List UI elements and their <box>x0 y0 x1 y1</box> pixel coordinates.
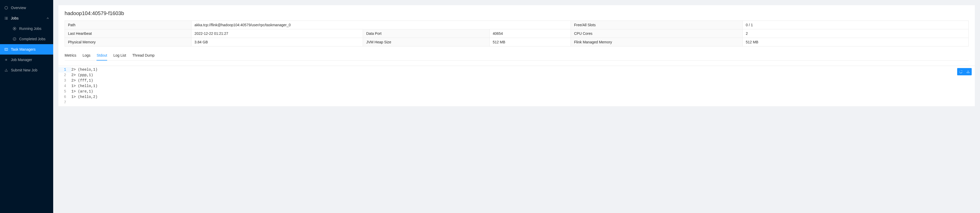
info-value-dataport: 40654 <box>489 29 571 38</box>
sidebar-item-label: Job Manager <box>11 58 32 62</box>
sidebar-item-label: Submit New Job <box>11 68 37 72</box>
dashboard-icon <box>4 6 8 10</box>
download-icon <box>966 70 970 74</box>
line-content: 2> (ppp,1) <box>72 72 93 78</box>
refresh-button[interactable] <box>958 69 964 75</box>
info-label-cpu: CPU Cores <box>571 29 743 38</box>
content-card: hadoop104:40579-f1603b Path akka.tcp://f… <box>58 5 975 66</box>
sidebar-item-completed-jobs[interactable]: Completed Jobs <box>0 34 53 44</box>
sidebar-item-label: Task Managers <box>11 47 35 51</box>
line-number: 2 <box>58 72 72 78</box>
sidebar-item-running-jobs[interactable]: Running Jobs <box>0 23 53 34</box>
table-row: Last Heartbeat 2022-12-22 01:21:27 Data … <box>65 29 969 38</box>
sidebar-item-task-managers[interactable]: Task Managers <box>0 44 53 54</box>
sidebar-item-jobs[interactable]: Jobs <box>0 13 53 23</box>
info-label-slots: Free/All Slots <box>571 21 743 29</box>
tab-logs[interactable]: Logs <box>83 51 90 61</box>
code-line: 7 <box>58 100 975 105</box>
info-value-physmem: 3.84 GB <box>191 38 363 46</box>
chevron-up-icon <box>46 16 49 20</box>
code-line: 12> (heelo,1) <box>58 67 975 72</box>
info-value-slots: 0 / 1 <box>743 21 969 29</box>
line-content: 1> (hello,1) <box>72 83 97 89</box>
sidebar-item-job-manager[interactable]: Job Manager <box>0 54 53 65</box>
sidebar-item-label: Jobs <box>11 16 19 20</box>
line-number: 6 <box>58 94 72 100</box>
schedule-icon <box>4 47 8 51</box>
info-label-physmem: Physical Memory <box>65 38 191 46</box>
line-content: 1> (are,1) <box>72 89 93 94</box>
tabs: Metrics Logs Stdout Log List Thread Dump <box>65 51 969 61</box>
line-number: 7 <box>58 100 72 105</box>
page-title: hadoop104:40579-f1603b <box>65 10 969 16</box>
info-value-heartbeat: 2022-12-22 01:21:27 <box>191 29 363 38</box>
refresh-icon <box>959 70 963 74</box>
code-actions <box>957 68 972 75</box>
code-line: 51> (are,1) <box>58 89 975 94</box>
jobs-submenu: Running Jobs Completed Jobs <box>0 23 53 44</box>
info-label-dataport: Data Port <box>363 29 490 38</box>
line-content: 2> (fff,1) <box>72 78 93 83</box>
info-value-managed: 512 MB <box>743 38 969 46</box>
sidebar: Overview Jobs Running Jobs Completed Job… <box>0 0 53 213</box>
tab-log-list[interactable]: Log List <box>113 51 126 61</box>
play-circle-icon <box>13 27 17 30</box>
list-icon <box>4 16 8 20</box>
line-content: 2> (heelo,1) <box>72 67 97 72</box>
sidebar-item-label: Overview <box>11 6 26 10</box>
code-line: 41> (hello,1) <box>58 83 975 89</box>
info-label-heap: JVM Heap Size <box>363 38 490 46</box>
table-row: Physical Memory 3.84 GB JVM Heap Size 51… <box>65 38 969 46</box>
tab-stdout[interactable]: Stdout <box>97 51 107 61</box>
main-content: hadoop104:40579-f1603b Path akka.tcp://f… <box>53 0 980 213</box>
line-number: 5 <box>58 89 72 94</box>
info-label-heartbeat: Last Heartbeat <box>65 29 191 38</box>
code-line: 61> (hello,2) <box>58 94 975 100</box>
info-value-cpu: 2 <box>743 29 969 38</box>
tab-thread-dump[interactable]: Thread Dump <box>132 51 154 61</box>
code-line: 22> (ppp,1) <box>58 72 975 78</box>
tab-metrics[interactable]: Metrics <box>65 51 76 61</box>
line-number: 3 <box>58 78 72 83</box>
sidebar-item-label: Running Jobs <box>19 27 41 30</box>
info-label-managed: Flink Managed Memory <box>571 38 743 46</box>
info-label-path: Path <box>65 21 191 29</box>
sidebar-item-label: Completed Jobs <box>19 37 45 41</box>
info-value-heap: 512 MB <box>489 38 571 46</box>
code-line: 32> (fff,1) <box>58 78 975 83</box>
line-content: 1> (hello,2) <box>72 94 97 100</box>
upload-icon <box>4 68 8 72</box>
sidebar-item-overview[interactable]: Overview <box>0 3 53 13</box>
line-number: 4 <box>58 83 72 89</box>
info-value-path: akka.tcp://flink@hadoop104:40579/user/rp… <box>191 21 571 29</box>
stdout-lines: 12> (heelo,1) 22> (ppp,1) 32> (fff,1) 41… <box>58 66 975 106</box>
info-table: Path akka.tcp://flink@hadoop104:40579/us… <box>65 21 969 46</box>
download-button[interactable] <box>965 69 971 75</box>
table-row: Path akka.tcp://flink@hadoop104:40579/us… <box>65 21 969 29</box>
bars-icon <box>4 58 8 62</box>
check-circle-icon <box>13 37 17 41</box>
sidebar-item-submit-job[interactable]: Submit New Job <box>0 65 53 75</box>
stdout-panel: 12> (heelo,1) 22> (ppp,1) 32> (fff,1) 41… <box>58 66 975 106</box>
line-number: 1 <box>58 67 72 72</box>
